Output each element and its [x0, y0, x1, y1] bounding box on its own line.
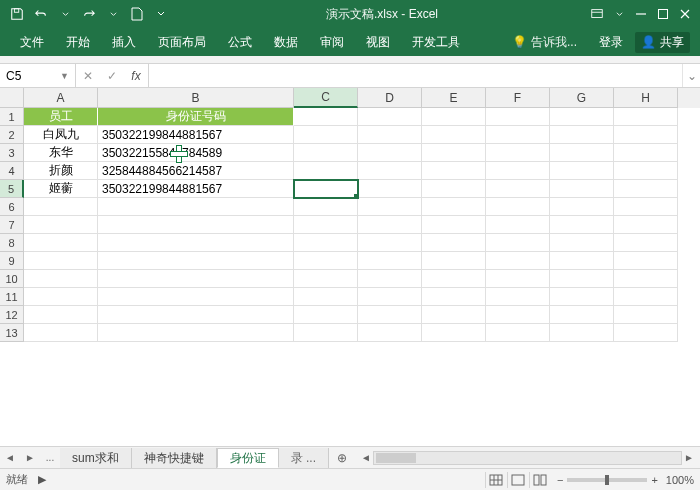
- enter-formula-icon[interactable]: ✓: [100, 69, 124, 83]
- maximize-icon[interactable]: [652, 3, 674, 25]
- scrollbar-thumb[interactable]: [376, 453, 416, 463]
- column-header[interactable]: D: [358, 88, 422, 108]
- cell[interactable]: [422, 306, 486, 324]
- column-header[interactable]: C: [294, 88, 358, 108]
- cell[interactable]: [486, 306, 550, 324]
- cell[interactable]: [614, 288, 678, 306]
- cell[interactable]: [550, 126, 614, 144]
- cell[interactable]: 350322155844784589: [98, 144, 294, 162]
- tab-data[interactable]: 数据: [264, 29, 308, 55]
- cell[interactable]: [24, 234, 98, 252]
- zoom-out-button[interactable]: −: [557, 474, 563, 486]
- view-normal-icon[interactable]: [485, 472, 507, 488]
- ribbon-display-icon[interactable]: [586, 3, 608, 25]
- login-link[interactable]: 登录: [589, 29, 633, 55]
- cell[interactable]: [422, 288, 486, 306]
- cell[interactable]: [550, 270, 614, 288]
- formula-input[interactable]: [149, 64, 682, 87]
- cell[interactable]: [358, 270, 422, 288]
- cell[interactable]: [24, 270, 98, 288]
- cell[interactable]: [98, 234, 294, 252]
- horizontal-scrollbar[interactable]: ◄ ►: [355, 447, 700, 468]
- cell[interactable]: [550, 252, 614, 270]
- cell[interactable]: [550, 162, 614, 180]
- cell[interactable]: [24, 252, 98, 270]
- cell[interactable]: [294, 126, 358, 144]
- tab-home[interactable]: 开始: [56, 29, 100, 55]
- cell[interactable]: [422, 144, 486, 162]
- cell[interactable]: 身份证号码: [98, 108, 294, 126]
- cell[interactable]: [422, 216, 486, 234]
- column-header[interactable]: A: [24, 88, 98, 108]
- cell[interactable]: [24, 288, 98, 306]
- view-pagebreak-icon[interactable]: [529, 472, 551, 488]
- column-header[interactable]: B: [98, 88, 294, 108]
- cell[interactable]: [98, 324, 294, 342]
- cell[interactable]: 东华: [24, 144, 98, 162]
- add-sheet-button[interactable]: ⊕: [329, 447, 355, 468]
- tell-me[interactable]: 💡告诉我...: [502, 29, 587, 55]
- cell[interactable]: [24, 216, 98, 234]
- redo-icon[interactable]: [78, 3, 100, 25]
- cell[interactable]: [358, 180, 422, 198]
- cancel-formula-icon[interactable]: ✕: [76, 69, 100, 83]
- cell[interactable]: [422, 162, 486, 180]
- cell[interactable]: [98, 216, 294, 234]
- expand-formula-icon[interactable]: ⌄: [682, 64, 700, 87]
- cell[interactable]: [294, 198, 358, 216]
- cell[interactable]: [24, 306, 98, 324]
- cell[interactable]: [98, 288, 294, 306]
- sheet-nav-prev[interactable]: ◄: [0, 447, 20, 468]
- cell[interactable]: [486, 162, 550, 180]
- tab-layout[interactable]: 页面布局: [148, 29, 216, 55]
- cell[interactable]: 折颜: [24, 162, 98, 180]
- new-file-icon[interactable]: [126, 3, 148, 25]
- cell[interactable]: [614, 198, 678, 216]
- cell[interactable]: [294, 144, 358, 162]
- row-header[interactable]: 5: [0, 180, 24, 198]
- row-header[interactable]: 1: [0, 108, 24, 126]
- undo-icon[interactable]: [30, 3, 52, 25]
- cell[interactable]: [486, 108, 550, 126]
- cell[interactable]: [486, 216, 550, 234]
- cell[interactable]: 350322199844881567: [98, 180, 294, 198]
- cell[interactable]: [550, 306, 614, 324]
- minimize-icon[interactable]: [630, 3, 652, 25]
- cell[interactable]: [486, 270, 550, 288]
- cell[interactable]: [486, 198, 550, 216]
- cell[interactable]: [294, 288, 358, 306]
- cell[interactable]: [24, 198, 98, 216]
- cells-area[interactable]: 员工身份证号码白凤九350322199844881567东华3503221558…: [24, 108, 700, 446]
- row-header[interactable]: 13: [0, 324, 24, 342]
- cell[interactable]: [614, 252, 678, 270]
- select-all-triangle[interactable]: [0, 88, 24, 108]
- cell[interactable]: 325844884566214587: [98, 162, 294, 180]
- cell[interactable]: [614, 306, 678, 324]
- tab-review[interactable]: 审阅: [310, 29, 354, 55]
- row-header[interactable]: 9: [0, 252, 24, 270]
- tab-file[interactable]: 文件: [10, 29, 54, 55]
- cell[interactable]: [98, 270, 294, 288]
- cell[interactable]: [422, 234, 486, 252]
- view-layout-icon[interactable]: [507, 472, 529, 488]
- cell[interactable]: [486, 126, 550, 144]
- save-icon[interactable]: [6, 3, 28, 25]
- row-header[interactable]: 3: [0, 144, 24, 162]
- cell[interactable]: [422, 252, 486, 270]
- cell[interactable]: [550, 324, 614, 342]
- cell[interactable]: [422, 108, 486, 126]
- sheet-tab[interactable]: 录 ...: [279, 448, 329, 468]
- cell[interactable]: [422, 126, 486, 144]
- row-header[interactable]: 8: [0, 234, 24, 252]
- cell[interactable]: [98, 252, 294, 270]
- cell[interactable]: 白凤九: [24, 126, 98, 144]
- cell[interactable]: [358, 324, 422, 342]
- sheet-tab[interactable]: 神奇快捷键: [132, 448, 217, 468]
- cell[interactable]: [358, 126, 422, 144]
- cell[interactable]: [422, 198, 486, 216]
- cell[interactable]: [614, 126, 678, 144]
- tab-insert[interactable]: 插入: [102, 29, 146, 55]
- row-header[interactable]: 10: [0, 270, 24, 288]
- cell[interactable]: [614, 108, 678, 126]
- tab-developer[interactable]: 开发工具: [402, 29, 470, 55]
